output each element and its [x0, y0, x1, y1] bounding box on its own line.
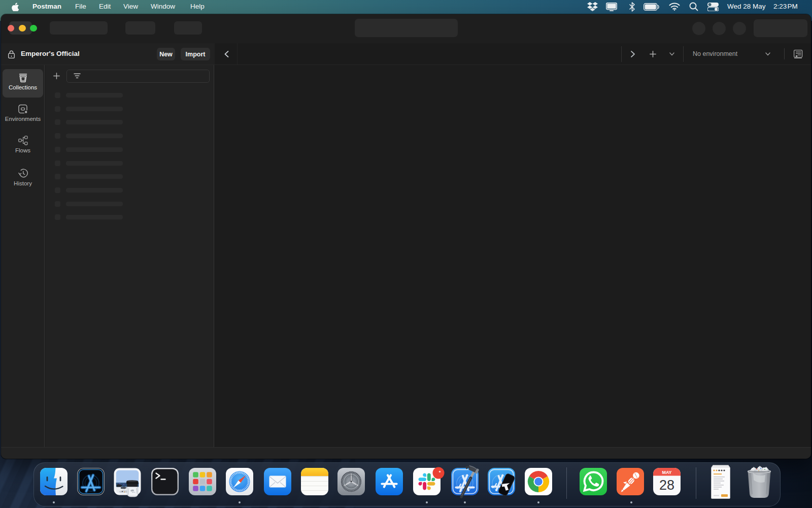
svg-text:28: 28	[659, 478, 674, 493]
svg-text:MAY: MAY	[662, 470, 671, 475]
